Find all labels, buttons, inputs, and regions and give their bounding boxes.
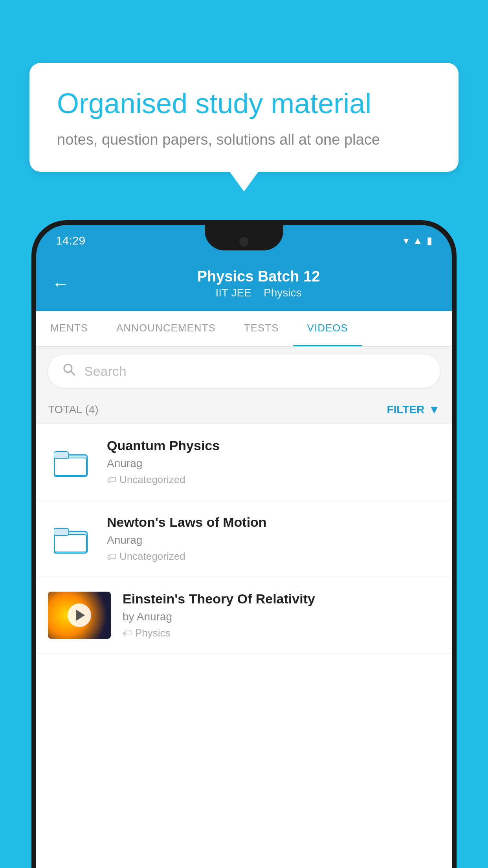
header-title: Physics Batch 12	[81, 268, 436, 285]
video-tag: 🏷 Uncategorized	[107, 474, 440, 486]
video-thumbnail	[48, 592, 111, 639]
play-icon	[76, 610, 85, 621]
tab-tests[interactable]: TESTS	[230, 311, 293, 346]
thumbnail-bg	[48, 592, 111, 639]
svg-rect-9	[55, 535, 86, 552]
filter-button[interactable]: FILTER ▼	[387, 403, 440, 416]
list-item[interactable]: Einstein's Theory Of Relativity by Anura…	[36, 577, 452, 654]
status-bar: 14:29 ▾ ▲ ▮	[36, 225, 452, 256]
app-screen: ← Physics Batch 12 IIT JEE Physics MENTS…	[36, 256, 452, 868]
video-info-2: Newton's Laws of Motion Anurag 🏷 Uncateg…	[107, 515, 440, 563]
video-tag: 🏷 Uncategorized	[107, 550, 440, 563]
wifi-icon: ▾	[404, 235, 409, 247]
folder-icon	[54, 523, 89, 554]
svg-rect-4	[55, 458, 86, 475]
status-time: 14:29	[56, 234, 85, 247]
video-info-1: Quantum Physics Anurag 🏷 Uncategorized	[107, 438, 440, 486]
battery-icon: ▮	[427, 235, 432, 247]
search-bar[interactable]: Search	[48, 355, 440, 388]
search-icon	[62, 362, 76, 380]
svg-line-1	[71, 371, 75, 375]
tag-icon: 🏷	[123, 628, 132, 639]
folder-icon-wrap-1	[48, 446, 95, 478]
video-author: by Anurag	[123, 611, 440, 623]
folder-icon-wrap-2	[48, 523, 95, 554]
total-count: TOTAL (4)	[48, 403, 99, 416]
phone-inner: 14:29 ▾ ▲ ▮ ← Physics Batch 12 IIT JEE	[36, 225, 452, 868]
tag-text: Physics	[135, 627, 171, 639]
header-title-block: Physics Batch 12 IIT JEE Physics	[81, 268, 436, 299]
video-author: Anurag	[107, 457, 440, 470]
svg-rect-11	[54, 528, 69, 535]
status-icons: ▾ ▲ ▮	[404, 235, 432, 247]
subtitle-physics: Physics	[264, 287, 301, 299]
video-list: Quantum Physics Anurag 🏷 Uncategorized	[36, 424, 452, 654]
filter-bar: TOTAL (4) FILTER ▼	[36, 396, 452, 424]
video-title: Einstein's Theory Of Relativity	[123, 591, 440, 607]
search-placeholder: Search	[84, 364, 127, 379]
app-header: ← Physics Batch 12 IIT JEE Physics	[36, 256, 452, 311]
video-info-3: Einstein's Theory Of Relativity by Anura…	[123, 591, 440, 639]
subtitle-iit: IIT JEE	[216, 287, 251, 299]
search-container: Search	[36, 347, 452, 396]
tag-icon: 🏷	[107, 551, 116, 562]
list-item[interactable]: Newton's Laws of Motion Anurag 🏷 Uncateg…	[36, 500, 452, 577]
tag-icon: 🏷	[107, 474, 116, 485]
video-title: Quantum Physics	[107, 438, 440, 453]
tag-text: Uncategorized	[119, 474, 185, 486]
speech-bubble-container: Organised study material notes, question…	[29, 63, 459, 172]
signal-icon: ▲	[413, 235, 423, 247]
speech-bubble: Organised study material notes, question…	[29, 63, 459, 172]
list-item[interactable]: Quantum Physics Anurag 🏷 Uncategorized	[36, 424, 452, 500]
back-button[interactable]: ←	[52, 274, 69, 294]
video-author: Anurag	[107, 534, 440, 546]
tab-videos[interactable]: VIDEOS	[293, 311, 362, 346]
filter-icon: ▼	[428, 403, 440, 416]
notch	[205, 225, 283, 250]
speech-bubble-heading: Organised study material	[57, 86, 431, 120]
video-tag: 🏷 Physics	[123, 627, 440, 639]
tab-announcements[interactable]: ANNOUNCEMENTS	[102, 311, 230, 346]
camera	[239, 237, 249, 246]
video-title: Newton's Laws of Motion	[107, 515, 440, 530]
play-button[interactable]	[68, 603, 91, 627]
tabs: MENTS ANNOUNCEMENTS TESTS VIDEOS	[36, 311, 452, 347]
phone-frame: 14:29 ▾ ▲ ▮ ← Physics Batch 12 IIT JEE	[31, 220, 457, 868]
filter-label: FILTER	[387, 403, 424, 416]
tab-ments[interactable]: MENTS	[36, 311, 102, 346]
svg-rect-6	[54, 452, 69, 459]
speech-bubble-subtext: notes, question papers, solutions all at…	[57, 131, 431, 148]
tag-text: Uncategorized	[119, 550, 185, 563]
header-subtitle: IIT JEE Physics	[81, 287, 436, 299]
folder-icon	[54, 446, 89, 478]
